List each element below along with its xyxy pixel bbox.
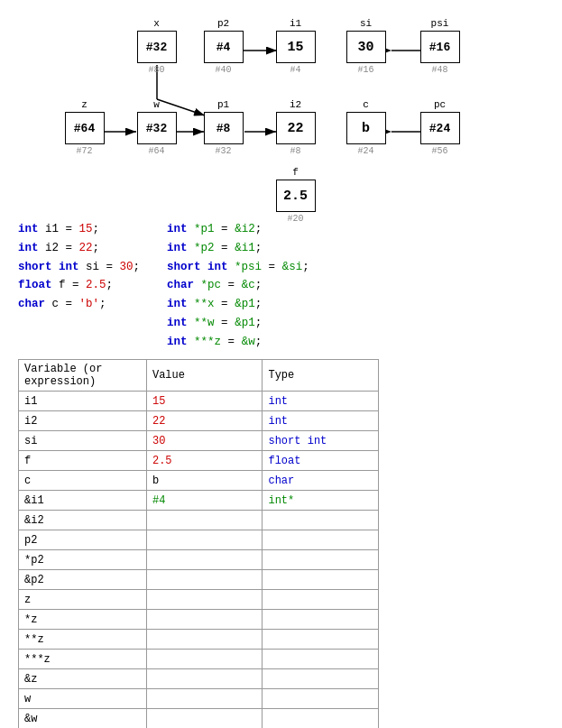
box-w: w #32 #64 bbox=[137, 99, 177, 156]
box-i1-label: i1 bbox=[290, 18, 301, 29]
table-cell-type bbox=[263, 630, 379, 650]
table-cell-value bbox=[146, 689, 263, 709]
code-line-9: char *pc = &c; bbox=[167, 277, 309, 294]
code-line-7: int *p2 = &i1; bbox=[167, 240, 309, 257]
box-c: c b #24 bbox=[346, 99, 386, 156]
box-pc: pc #24 #56 bbox=[420, 99, 460, 156]
table-cell-type bbox=[263, 709, 379, 728]
table-cell-value bbox=[146, 610, 263, 630]
box-psi-label: psi bbox=[431, 18, 449, 29]
code-line-11: int **w = &p1; bbox=[167, 315, 309, 332]
table-cell-value bbox=[146, 669, 263, 689]
box-f-label: f bbox=[292, 167, 299, 178]
table-row: i115int bbox=[19, 392, 379, 411]
box-pc-value: #24 bbox=[420, 112, 460, 144]
table-row: **z bbox=[19, 630, 379, 650]
code-line-10: int **x = &p1; bbox=[167, 296, 309, 313]
table-cell-var: f bbox=[19, 451, 147, 471]
table-cell-value bbox=[146, 530, 263, 550]
table-row: &i1#4int* bbox=[19, 491, 379, 511]
box-p2-value: #4 bbox=[204, 31, 244, 63]
box-z-label: z bbox=[81, 99, 88, 110]
box-i2-value: 22 bbox=[276, 112, 316, 144]
table-row: *p2 bbox=[19, 550, 379, 570]
variable-table: Variable (orexpression) Value Type i115i… bbox=[18, 359, 379, 728]
table-cell-var: **z bbox=[19, 630, 147, 650]
code-line-5: char c = 'b'; bbox=[18, 296, 140, 313]
table-cell-type bbox=[263, 590, 379, 610]
table-cell-var: w bbox=[19, 689, 147, 709]
box-i2: i2 22 #8 bbox=[276, 99, 316, 156]
box-si: si 30 #16 bbox=[346, 18, 386, 75]
table-row: &z bbox=[19, 669, 379, 689]
table-cell-var: i2 bbox=[19, 411, 147, 431]
table-row: &p2 bbox=[19, 570, 379, 590]
box-z-addr: #72 bbox=[76, 146, 92, 156]
box-p1-value: #8 bbox=[204, 112, 244, 144]
table-row: &w bbox=[19, 709, 379, 728]
table-cell-type bbox=[263, 650, 379, 669]
table-cell-var: p2 bbox=[19, 530, 147, 550]
table-cell-var: ***z bbox=[19, 650, 147, 669]
table-cell-type: float bbox=[263, 451, 379, 471]
table-cell-value bbox=[146, 709, 263, 728]
code-line-8: short int *psi = &si; bbox=[167, 259, 309, 276]
box-x-addr: #80 bbox=[148, 65, 164, 75]
table-cell-var: &p2 bbox=[19, 570, 147, 590]
table-cell-var: si bbox=[19, 431, 147, 451]
table-cell-var: &i2 bbox=[19, 511, 147, 530]
box-c-label: c bbox=[363, 99, 369, 110]
box-p1: p1 #8 #32 bbox=[204, 99, 244, 156]
table-row: p2 bbox=[19, 530, 379, 550]
box-p2-label: p2 bbox=[217, 18, 229, 29]
code-section: int i1 = 15; int i2 = 22; short int si =… bbox=[18, 221, 544, 350]
box-psi-addr: #48 bbox=[431, 65, 447, 75]
box-c-addr: #24 bbox=[357, 146, 373, 156]
table-cell-value bbox=[146, 590, 263, 610]
box-w-label: w bbox=[153, 99, 160, 110]
table-cell-type bbox=[263, 610, 379, 630]
box-p2: p2 #4 #40 bbox=[204, 18, 244, 75]
code-line-1: int i1 = 15; bbox=[18, 221, 140, 238]
box-psi-value: #16 bbox=[420, 31, 460, 63]
table-cell-type bbox=[263, 511, 379, 530]
box-p1-label: p1 bbox=[217, 99, 229, 110]
box-f: f 2.5 #20 bbox=[276, 167, 316, 224]
table-cell-type bbox=[263, 530, 379, 550]
table-cell-var: &w bbox=[19, 709, 147, 728]
table-cell-value: 22 bbox=[146, 411, 263, 431]
box-i2-label: i2 bbox=[290, 99, 301, 110]
table-cell-type bbox=[263, 669, 379, 689]
box-i2-addr: #8 bbox=[290, 146, 300, 156]
table-cell-value: b bbox=[146, 471, 263, 491]
code-col-left: int i1 = 15; int i2 = 22; short int si =… bbox=[18, 221, 140, 350]
table-cell-type: short int bbox=[263, 431, 379, 451]
table-row: cbchar bbox=[19, 471, 379, 491]
box-x-label: x bbox=[153, 18, 160, 29]
box-x-value: #32 bbox=[137, 31, 177, 63]
table-row: &i2 bbox=[19, 511, 379, 530]
box-f-value: 2.5 bbox=[276, 180, 316, 212]
table-row: *z bbox=[19, 610, 379, 630]
box-i1-addr: #4 bbox=[290, 65, 300, 75]
table-row: w bbox=[19, 689, 379, 709]
table-cell-type: char bbox=[263, 471, 379, 491]
table-cell-var: z bbox=[19, 590, 147, 610]
code-col-right: int *p1 = &i2; int *p2 = &i1; short int … bbox=[167, 221, 309, 350]
table-cell-value: 15 bbox=[146, 392, 263, 411]
table-cell-type: int bbox=[263, 411, 379, 431]
box-psi: psi #16 #48 bbox=[420, 18, 460, 75]
table-cell-var: *p2 bbox=[19, 550, 147, 570]
code-line-3: short int si = 30; bbox=[18, 259, 140, 276]
box-p2-addr: #40 bbox=[215, 65, 231, 75]
box-si-label: si bbox=[360, 18, 372, 29]
box-i1: i1 15 #4 bbox=[276, 18, 316, 75]
table-row: si30short int bbox=[19, 431, 379, 451]
table-cell-var: c bbox=[19, 471, 147, 491]
box-i1-value: 15 bbox=[276, 31, 316, 63]
table-cell-value bbox=[146, 630, 263, 650]
col-header-type: Type bbox=[263, 360, 379, 392]
table-row: z bbox=[19, 590, 379, 610]
code-line-4: float f = 2.5; bbox=[18, 277, 140, 294]
table-row: i222int bbox=[19, 411, 379, 431]
